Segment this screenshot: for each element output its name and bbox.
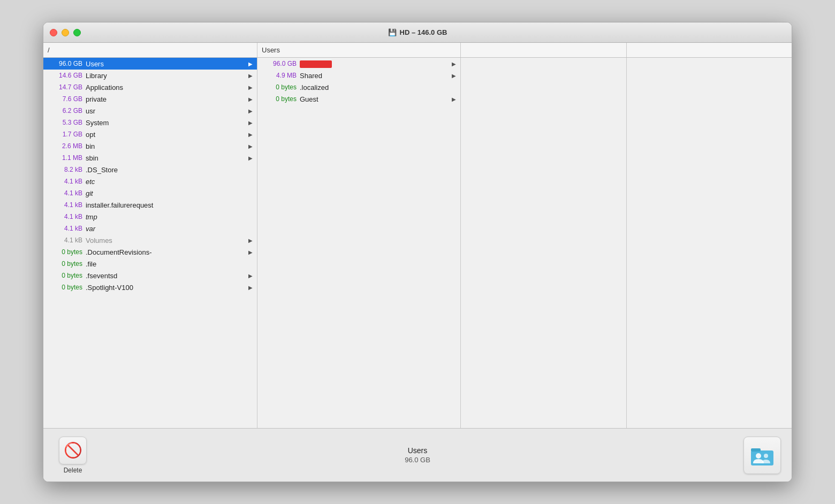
list-item[interactable]: 4.1 kBvar xyxy=(43,223,257,234)
traffic-lights xyxy=(50,29,81,36)
list-item[interactable]: 4.1 kBinstaller.failurerequest xyxy=(43,199,257,211)
finder-window: 💾 HD – 146.0 GB / Users 96.0 GBUsers▶14.… xyxy=(43,22,792,482)
item-name: Volumes xyxy=(86,236,246,245)
svg-rect-1 xyxy=(751,448,761,452)
list-item[interactable]: 1.1 MBsbin▶ xyxy=(43,152,257,164)
folder-preview-button[interactable] xyxy=(743,437,781,474)
item-name: usr xyxy=(86,107,246,115)
list-item[interactable]: 0 bytes.Spotlight-V100▶ xyxy=(43,281,257,293)
item-size: 0 bytes xyxy=(260,83,300,91)
item-name: opt xyxy=(86,131,246,139)
chevron-icon: ▶ xyxy=(246,143,255,149)
maximize-button[interactable] xyxy=(73,29,81,36)
status-item-name: Users xyxy=(405,446,430,455)
item-name: git xyxy=(86,189,255,197)
chevron-icon: ▶ xyxy=(246,61,255,67)
item-name: .Spotlight-V100 xyxy=(86,284,246,292)
item-name: .file xyxy=(86,260,255,268)
panel-root: 96.0 GBUsers▶14.6 GBLibrary▶14.7 GBAppli… xyxy=(43,58,257,428)
item-name: Library xyxy=(86,72,246,80)
list-item[interactable]: 4.1 kBetc xyxy=(43,175,257,187)
delete-button-area[interactable]: 🚫 Delete xyxy=(54,437,92,474)
item-size: 4.1 kB xyxy=(45,201,86,209)
item-size: 0 bytes xyxy=(45,248,86,256)
col-header-4 xyxy=(627,43,792,57)
chevron-icon: ▶ xyxy=(246,96,255,102)
panel-4 xyxy=(627,58,792,428)
chevron-icon: ▶ xyxy=(246,238,255,243)
chevron-icon: ▶ xyxy=(450,61,458,67)
list-item[interactable]: 0 bytes.localized xyxy=(257,81,460,93)
item-name: .localized xyxy=(300,83,458,91)
svg-point-2 xyxy=(756,453,761,459)
item-name: Guest xyxy=(300,95,450,103)
item-size: 0 bytes xyxy=(45,284,86,291)
status-bar: 🚫 Delete Users 96.0 GB xyxy=(43,428,792,482)
list-item[interactable]: 96.0 GB▶ xyxy=(257,58,460,70)
item-name: .fseventsd xyxy=(86,272,246,280)
item-size: 1.1 MB xyxy=(45,154,86,162)
status-item-size: 96.0 GB xyxy=(405,456,430,464)
col-header-users: Users xyxy=(257,43,461,57)
list-item[interactable]: 0 bytes.fseventsd▶ xyxy=(43,270,257,281)
item-name: Shared xyxy=(300,72,450,80)
list-item[interactable]: 14.6 GBLibrary▶ xyxy=(43,70,257,81)
list-item[interactable]: 0 bytesGuest▶ xyxy=(257,93,460,105)
chevron-icon: ▶ xyxy=(246,285,255,291)
chevron-icon: ▶ xyxy=(450,73,458,79)
item-size: 7.6 GB xyxy=(45,95,86,103)
list-item[interactable]: 7.6 GBprivate▶ xyxy=(43,93,257,105)
item-size: 14.6 GB xyxy=(45,72,86,79)
list-item[interactable]: 14.7 GBApplications▶ xyxy=(43,81,257,93)
list-item[interactable]: 2.6 MBbin▶ xyxy=(43,140,257,152)
item-name: Applications xyxy=(86,83,246,91)
item-size: 0 bytes xyxy=(45,272,86,279)
list-item[interactable]: 4.1 kBtmp xyxy=(43,211,257,223)
list-item[interactable]: 4.1 kBgit xyxy=(43,187,257,199)
window-title: 💾 HD – 146.0 GB xyxy=(388,28,447,36)
delete-icon[interactable]: 🚫 xyxy=(59,437,87,464)
list-item[interactable]: 1.7 GBopt▶ xyxy=(43,128,257,140)
list-item[interactable]: 6.2 GBusr▶ xyxy=(43,105,257,117)
chevron-icon: ▶ xyxy=(246,120,255,126)
minimize-button[interactable] xyxy=(62,29,69,36)
list-item[interactable]: 8.2 kB.DS_Store xyxy=(43,164,257,175)
list-item[interactable]: 4.9 MBShared▶ xyxy=(257,70,460,81)
chevron-icon: ▶ xyxy=(246,108,255,114)
item-name: tmp xyxy=(86,213,255,221)
chevron-icon: ▶ xyxy=(450,96,458,102)
chevron-icon: ▶ xyxy=(246,249,255,255)
item-size: 4.9 MB xyxy=(260,72,300,79)
delete-label: Delete xyxy=(64,467,82,474)
item-name: etc xyxy=(86,178,255,186)
list-item[interactable]: 0 bytes.DocumentRevisions-▶ xyxy=(43,246,257,258)
item-size: 4.1 kB xyxy=(45,225,86,232)
list-item[interactable]: 0 bytes.file xyxy=(43,258,257,270)
close-button[interactable] xyxy=(50,29,57,36)
item-name: sbin xyxy=(86,154,246,162)
item-size: 4.1 kB xyxy=(45,236,86,244)
item-name: .DS_Store xyxy=(86,166,255,174)
item-name: private xyxy=(86,95,246,103)
item-name: .DocumentRevisions- xyxy=(86,248,246,256)
item-name: installer.failurerequest xyxy=(86,201,255,209)
item-size: 14.7 GB xyxy=(45,83,86,91)
chevron-icon: ▶ xyxy=(246,85,255,90)
chevron-icon: ▶ xyxy=(246,155,255,161)
item-size: 4.1 kB xyxy=(45,189,86,197)
panel-users: 96.0 GB▶4.9 MBShared▶0 bytes.localized0 … xyxy=(257,58,461,428)
panel-3 xyxy=(461,58,627,428)
item-size: 96.0 GB xyxy=(45,60,86,67)
content-area: 96.0 GBUsers▶14.6 GBLibrary▶14.7 GBAppli… xyxy=(43,58,792,428)
list-item[interactable]: 5.3 GBSystem▶ xyxy=(43,117,257,128)
title-disk-icon: 💾 xyxy=(388,28,397,36)
item-name: System xyxy=(86,119,246,127)
list-item[interactable]: 4.1 kBVolumes▶ xyxy=(43,234,257,246)
item-size: 0 bytes xyxy=(260,95,300,103)
chevron-icon: ▶ xyxy=(246,132,255,138)
list-item[interactable]: 96.0 GBUsers▶ xyxy=(43,58,257,70)
item-size: 5.3 GB xyxy=(45,119,86,126)
chevron-icon: ▶ xyxy=(246,73,255,79)
no-sign-icon: 🚫 xyxy=(64,441,82,459)
chevron-icon: ▶ xyxy=(246,273,255,279)
